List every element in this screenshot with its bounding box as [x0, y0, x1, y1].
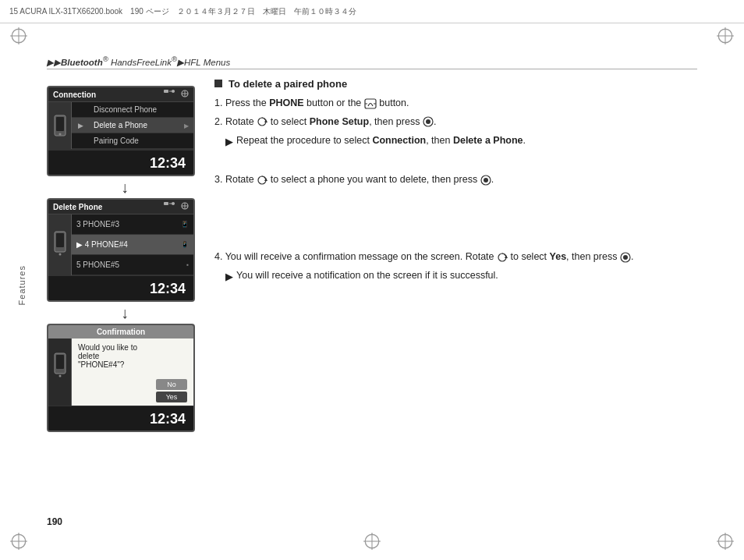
- screen1-item-delete: ▶ Delete a Phone ▶: [72, 118, 193, 133]
- screen1-item-pairing: Pairing Code: [72, 133, 193, 149]
- screen2-row-phone3: 3 PHONE#3 📱: [72, 214, 193, 235]
- svg-marker-40: [264, 119, 267, 122]
- svg-point-42: [426, 119, 430, 124]
- step-3-section: 3. Rotate to select a phone you want to …: [214, 172, 705, 187]
- section-square-icon: [214, 80, 222, 87]
- svg-rect-24: [164, 202, 168, 205]
- step-1: 1. Press the PHONE button or the button.: [214, 96, 705, 111]
- screen2-icons: [164, 202, 189, 211]
- svg-marker-44: [264, 178, 267, 181]
- svg-rect-31: [56, 233, 64, 247]
- section-title-text: To delete a paired phone: [229, 78, 347, 90]
- arrow-down-1: ↓: [47, 179, 203, 195]
- breadcrumb-text: ▶▶Bluetooth® HandsFreeLink®▶HFL Menus: [47, 58, 230, 67]
- screen3-header: Confirmation: [48, 325, 193, 338]
- corner-mark-tr: [716, 27, 735, 45]
- svg-point-23: [58, 133, 61, 136]
- screens-column: Connection Disc: [47, 86, 203, 432]
- screen1-item-disconnect: Disconnect Phone: [72, 102, 193, 118]
- screen2-row-phone4: ▶ 4 PHONE#4 📱: [72, 235, 193, 255]
- screen2-row-phone5: 5 PHONE#5 ▪: [72, 255, 193, 275]
- arrow-down-2: ↓: [47, 305, 203, 321]
- screen3-no-btn: No: [156, 379, 187, 390]
- section-title: To delete a paired phone: [214, 78, 705, 90]
- svg-point-35: [58, 375, 61, 377]
- step-2: 2. Rotate to select Phone Setup, then pr…: [214, 115, 705, 129]
- top-bar: 15 ACURA ILX-31TX66200.book 190 ページ ２０１４…: [0, 0, 744, 23]
- screen2-header: Delete Phone: [48, 200, 193, 214]
- svg-point-50: [623, 255, 628, 260]
- instructions-column: To delete a paired phone 1. Press the PH…: [214, 78, 705, 294]
- screen3-buttons: No Yes: [72, 377, 193, 406]
- step-3: 3. Rotate to select a phone you want to …: [214, 172, 705, 187]
- screen3-clock: 12:34: [48, 406, 193, 431]
- step-4: 4. You will receive a confirmation messa…: [214, 250, 705, 264]
- svg-rect-34: [56, 355, 64, 369]
- steps-1-2: 1. Press the PHONE button or the button.…: [214, 96, 705, 149]
- breadcrumb: ▶▶Bluetooth® HandsFreeLink®▶HFL Menus: [47, 55, 230, 68]
- svg-rect-22: [56, 117, 64, 131]
- screen-connection: Connection Disc: [47, 86, 195, 176]
- corner-mark-br: [716, 532, 735, 551]
- screen1-header: Connection: [48, 87, 193, 102]
- screen1-clock: 12:34: [48, 150, 193, 175]
- screen2-clock: 12:34: [48, 275, 193, 300]
- screen-delete-phone: Delete Phone: [47, 198, 195, 302]
- svg-marker-48: [505, 255, 508, 258]
- screen3-yes-btn: Yes: [156, 392, 187, 402]
- hr-divider: [47, 69, 697, 69]
- svg-point-17: [172, 90, 175, 93]
- screen-confirmation: Confirmation Would you like to delete "P…: [47, 324, 195, 432]
- screen3-body: Would you like to delete "PHONE#4"?: [72, 338, 193, 377]
- svg-point-32: [58, 253, 61, 256]
- svg-rect-15: [164, 90, 168, 93]
- screen1-title: Connection: [53, 90, 96, 99]
- top-bar-text: 15 ACURA ILX-31TX66200.book 190 ページ ２０１４…: [9, 6, 356, 17]
- corner-mark-tl: [9, 27, 28, 45]
- svg-point-26: [172, 202, 175, 205]
- substep-4: ▶ You will receive a notification on the…: [225, 268, 705, 285]
- svg-point-46: [484, 178, 488, 183]
- screen1-icons: [164, 90, 189, 99]
- corner-mark-bc: [363, 532, 381, 551]
- sidebar-label: Features: [17, 265, 27, 305]
- corner-mark-bl: [9, 532, 28, 551]
- main-content: Connection Disc: [47, 74, 705, 521]
- step-4-section: 4. You will receive a confirmation messa…: [214, 250, 705, 285]
- screen2-title: Delete Phone: [53, 203, 102, 211]
- substep-1: ▶ Repeat the procedure to select Connect…: [225, 133, 705, 150]
